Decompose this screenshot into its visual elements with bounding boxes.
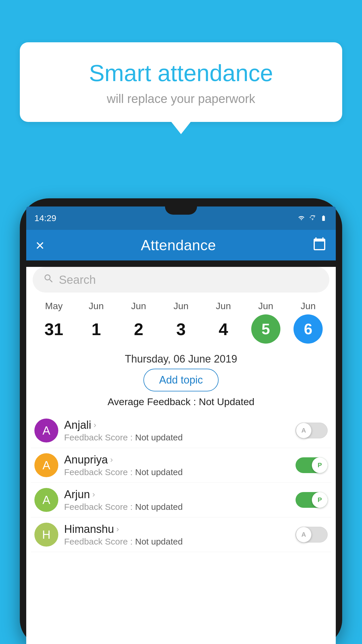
student-name[interactable]: Arjun › — [64, 488, 290, 501]
feedback-score: Feedback Score : Not updated — [64, 467, 290, 477]
student-name[interactable]: Anjali › — [64, 419, 290, 431]
calendar-day[interactable]: May31 — [35, 301, 73, 344]
list-item[interactable]: AAnjali ›Feedback Score : Not updatedA — [31, 413, 331, 448]
search-placeholder: Search — [59, 273, 96, 286]
battery-icon — [319, 215, 328, 221]
calendar-day[interactable]: Jun3 — [162, 301, 200, 344]
selected-date-label: Thursday, 06 June 2019 — [26, 346, 336, 369]
status-icons — [297, 215, 328, 221]
phone-body: 14:29 × Attendance — [20, 198, 342, 644]
wifi-icon — [297, 215, 305, 221]
avatar: A — [34, 453, 58, 477]
app-header: × Attendance — [26, 230, 336, 260]
attendance-toggle[interactable]: P — [296, 492, 328, 508]
bubble-title: Smart attendance — [37, 60, 325, 87]
feedback-score: Feedback Score : Not updated — [64, 433, 290, 442]
calendar-day[interactable]: Jun1 — [77, 301, 115, 344]
phone-content: Search May31Jun1Jun2Jun3Jun4Jun5Jun6 Thu… — [26, 267, 336, 644]
list-item[interactable]: HHimanshu ›Feedback Score : Not updatedA — [31, 517, 331, 552]
list-item[interactable]: AArjun ›Feedback Score : Not updatedP — [31, 483, 331, 517]
header-title: Attendance — [141, 237, 216, 254]
avatar: H — [34, 523, 58, 547]
avatar: A — [34, 488, 58, 512]
calendar-icon[interactable] — [312, 237, 326, 254]
average-feedback: Average Feedback : Not Updated — [26, 396, 336, 407]
notch — [165, 206, 197, 215]
student-list: AAnjali ›Feedback Score : Not updatedAAA… — [26, 413, 336, 552]
search-icon — [43, 273, 54, 287]
student-name[interactable]: Anupriya › — [64, 454, 290, 466]
bubble-subtitle: will replace your paperwork — [37, 92, 325, 106]
calendar-day[interactable]: Jun5 — [247, 301, 285, 344]
speech-bubble: Smart attendance will replace your paper… — [20, 42, 342, 122]
status-bar: 14:29 — [26, 206, 336, 230]
close-icon[interactable]: × — [36, 237, 44, 254]
avatar: A — [34, 419, 58, 442]
feedback-score: Feedback Score : Not updated — [64, 502, 290, 512]
attendance-toggle[interactable]: P — [296, 457, 328, 473]
calendar-day[interactable]: Jun6 — [289, 301, 327, 344]
calendar-section: May31Jun1Jun2Jun3Jun4Jun5Jun6 — [26, 293, 336, 346]
signal-icon — [308, 215, 317, 221]
calendar-row: May31Jun1Jun2Jun3Jun4Jun5Jun6 — [33, 301, 329, 344]
add-topic-button[interactable]: Add topic — [143, 369, 219, 391]
search-bar[interactable]: Search — [33, 267, 329, 293]
attendance-toggle[interactable]: A — [296, 527, 328, 542]
phone-device: 14:29 × Attendance — [20, 198, 342, 644]
speech-bubble-container: Smart attendance will replace your paper… — [20, 42, 342, 122]
attendance-toggle[interactable]: A — [296, 423, 328, 438]
student-name[interactable]: Himanshu › — [64, 523, 290, 536]
feedback-score: Feedback Score : Not updated — [64, 537, 290, 547]
status-time: 14:29 — [34, 213, 56, 223]
calendar-day[interactable]: Jun2 — [120, 301, 158, 344]
calendar-day[interactable]: Jun4 — [204, 301, 242, 344]
list-item[interactable]: AAnupriya ›Feedback Score : Not updatedP — [31, 448, 331, 483]
